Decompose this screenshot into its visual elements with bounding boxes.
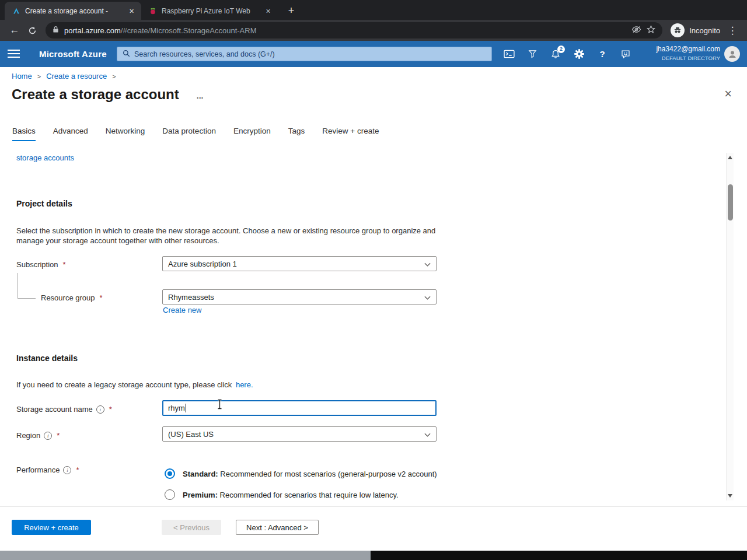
breadcrumb-create-a-resource[interactable]: Create a resource: [46, 72, 107, 80]
directory-filter-icon[interactable]: [524, 46, 540, 62]
account-email: jha3422@gmail.com: [656, 45, 720, 54]
legacy-here-link[interactable]: here.: [236, 380, 253, 389]
close-blade-icon[interactable]: ×: [724, 88, 732, 100]
info-icon[interactable]: i: [96, 405, 104, 414]
search-icon: [123, 49, 130, 60]
feedback-icon[interactable]: [617, 46, 634, 62]
instance-details-heading: Instance details: [16, 354, 78, 363]
storage-account-name-input[interactable]: rhym: [162, 400, 437, 416]
review-create-button[interactable]: Review + create: [12, 520, 91, 535]
tab-data-protection[interactable]: Data protection: [162, 127, 216, 141]
radio-selected-icon[interactable]: [165, 468, 175, 479]
resource-group-value: Rhymeassets: [168, 293, 214, 302]
wizard-tabs: Basics Advanced Networking Data protecti…: [12, 127, 379, 141]
performance-label-row: Performance i *: [16, 466, 79, 474]
scroll-up-arrow-icon[interactable]: [728, 156, 732, 159]
info-icon[interactable]: i: [63, 466, 71, 474]
breadcrumb-home[interactable]: Home: [12, 72, 32, 80]
region-label-row: Region i *: [16, 431, 60, 440]
subscription-value: Azure subscription 1: [168, 260, 237, 268]
refresh-button[interactable]: [23, 22, 41, 39]
tab-title: Raspberry Pi Azure IoT Web: [162, 7, 259, 15]
browser-menu-icon[interactable]: ⋮: [724, 22, 741, 39]
text-caret: [186, 404, 186, 412]
form-scroll-area: storage accounts Project details Select …: [0, 146, 726, 506]
portal-search[interactable]: [117, 47, 492, 61]
address-bar[interactable]: portal.azure.com/#create/Microsoft.Stora…: [46, 22, 662, 38]
region-dropdown[interactable]: (US) East US: [162, 426, 437, 442]
tab-review-create[interactable]: Review + create: [322, 127, 379, 141]
region-label: Region: [16, 431, 40, 440]
eye-off-icon[interactable]: [631, 25, 641, 36]
tab-close-icon[interactable]: ×: [127, 6, 137, 16]
title-ellipsis-icon[interactable]: ...: [197, 91, 204, 100]
tab-advanced[interactable]: Advanced: [53, 127, 88, 141]
help-icon[interactable]: ?: [594, 46, 610, 62]
azure-portal-header: Microsoft Azure 2: [0, 41, 747, 67]
region-value: (US) East US: [168, 430, 214, 439]
scroll-down-arrow-icon[interactable]: [728, 494, 732, 498]
portal-search-input[interactable]: [134, 50, 486, 58]
url-domain: portal.azure.com: [64, 26, 121, 35]
hamburger-menu-icon[interactable]: [8, 50, 20, 58]
back-button[interactable]: ←: [6, 22, 23, 39]
tab-encryption[interactable]: Encryption: [233, 127, 271, 141]
chevron-down-icon: [424, 293, 431, 302]
tab-networking[interactable]: Networking: [106, 127, 145, 141]
performance-option-standard[interactable]: Standard: Recommended for most scenarios…: [165, 468, 437, 479]
resource-group-label-row: Resource group *: [41, 293, 103, 302]
performance-label: Performance: [16, 466, 60, 474]
required-asterisk: *: [109, 405, 112, 414]
browser-tab-strip: Create a storage account - × Raspberry P…: [0, 0, 747, 20]
page-title: Create a storage account: [12, 86, 179, 103]
new-tab-button[interactable]: +: [284, 3, 299, 18]
lock-icon[interactable]: [53, 25, 59, 36]
horizontal-scrollbar[interactable]: [0, 551, 747, 560]
required-asterisk: *: [100, 293, 103, 302]
tab-close-icon[interactable]: ×: [263, 6, 273, 16]
tab-basics[interactable]: Basics: [12, 127, 36, 141]
required-asterisk: *: [57, 431, 60, 440]
resource-group-label: Resource group: [41, 293, 95, 302]
account-directory: DEFAULT DIRECTORY: [656, 55, 720, 62]
incognito-badge: Incognito: [671, 23, 720, 37]
resource-group-connector: [18, 273, 36, 299]
storage-accounts-link[interactable]: storage accounts: [16, 153, 74, 162]
vertical-scrollbar[interactable]: [726, 153, 734, 501]
subscription-dropdown[interactable]: Azure subscription 1: [162, 256, 437, 271]
tab-tags[interactable]: Tags: [288, 127, 305, 141]
storage-account-name-label: Storage account name: [16, 405, 93, 414]
subscription-label: Subscription: [16, 260, 58, 269]
bookmark-star-icon[interactable]: [647, 25, 655, 36]
performance-option-premium[interactable]: Premium: Recommended for scenarios that …: [165, 489, 399, 500]
browser-tab-storage-account[interactable]: Create a storage account - ×: [5, 2, 141, 20]
legacy-text: If you need to create a legacy storage a…: [16, 380, 232, 389]
url-path: /#create/Microsoft.StorageAccount-ARM: [121, 26, 257, 35]
next-advanced-button[interactable]: Next : Advanced >: [236, 520, 319, 535]
wizard-footer: Review + create < Previous Next : Advanc…: [0, 506, 747, 551]
horizontal-scrollbar-thumb[interactable]: [0, 551, 371, 560]
create-new-link[interactable]: Create new: [163, 306, 201, 314]
required-asterisk: *: [76, 466, 79, 474]
vertical-scrollbar-thumb[interactable]: [728, 184, 733, 220]
account-info[interactable]: jha3422@gmail.com DEFAULT DIRECTORY: [656, 45, 720, 62]
browser-toolbar: ← portal.azure.com/#create/Microsoft.Sto…: [0, 20, 747, 41]
resource-group-dropdown[interactable]: Rhymeassets: [162, 289, 437, 304]
legacy-account-line: If you need to create a legacy storage a…: [16, 380, 253, 389]
radio-unselected-icon[interactable]: [165, 489, 175, 500]
azure-brand[interactable]: Microsoft Azure: [39, 49, 107, 59]
settings-gear-icon[interactable]: [571, 46, 587, 62]
storage-account-name-label-row: Storage account name i *: [16, 405, 112, 414]
breadcrumb-separator: >: [112, 73, 116, 80]
browser-tab-raspberry-pi[interactable]: Raspberry Pi Azure IoT Web ×: [141, 2, 278, 20]
notifications-bell-icon[interactable]: 2: [547, 46, 564, 62]
premium-option-text: Premium: Recommended for scenarios that …: [183, 491, 399, 499]
incognito-label: Incognito: [689, 26, 720, 35]
avatar[interactable]: [724, 46, 740, 62]
cloud-shell-icon[interactable]: [501, 46, 517, 62]
standard-option-text: Standard: Recommended for most scenarios…: [183, 470, 437, 478]
chevron-down-icon: [424, 260, 431, 268]
info-icon[interactable]: i: [44, 432, 52, 440]
previous-button[interactable]: < Previous: [162, 520, 221, 535]
storage-account-name-value: rhym: [168, 404, 185, 412]
